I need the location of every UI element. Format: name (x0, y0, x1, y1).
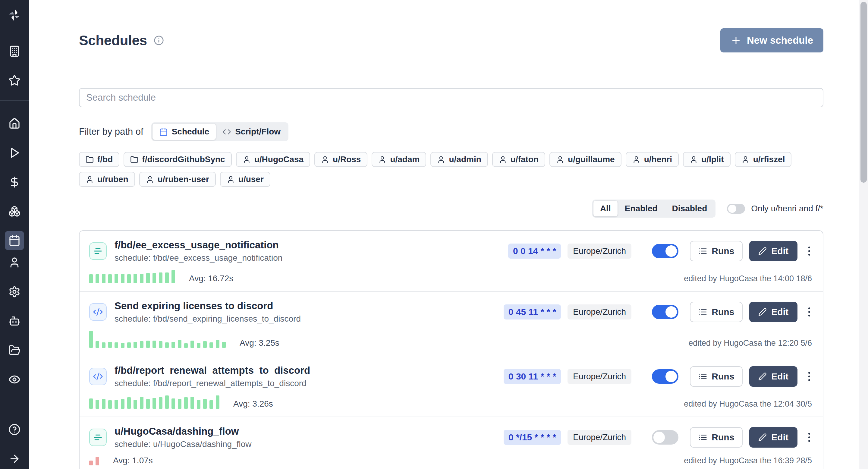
state-filter-enabled[interactable]: Enabled (618, 201, 665, 216)
list-icon (698, 307, 707, 316)
runs-button[interactable]: Runs (690, 427, 743, 447)
path-filter-row: Filter by path of Schedule Script/Flow (79, 122, 824, 141)
timezone-badge: Europe/Zurich (567, 369, 631, 384)
search-input[interactable] (79, 88, 824, 107)
path-chip-u-user[interactable]: u/user (220, 172, 270, 187)
folder-open-icon (8, 344, 21, 356)
sidebar-item-dollar[interactable] (5, 173, 24, 192)
schedule-row: Send expiring licenses to discord schedu… (80, 291, 823, 356)
edit-button[interactable]: Edit (749, 241, 798, 261)
main-content: Schedules New schedule Filter by path of… (29, 0, 868, 469)
runs-button[interactable]: Runs (690, 302, 743, 322)
sidebar-item-building[interactable] (5, 41, 24, 61)
path-chip-u-henri[interactable]: u/henri (626, 152, 679, 167)
building-icon (8, 45, 21, 57)
path-chip-u-ruben-user[interactable]: u/ruben-user (139, 172, 216, 187)
dollar-icon (8, 176, 21, 188)
schedule-enabled-toggle[interactable] (652, 305, 678, 319)
sidebar-item-boxes[interactable] (5, 201, 24, 221)
path-chip-f-bd[interactable]: f/bd (79, 152, 119, 167)
scrollbar-thumb[interactable] (861, 2, 867, 183)
runs-sparkline (89, 396, 219, 409)
sidebar-group-admin (0, 253, 29, 389)
page-scrollbar[interactable] (859, 0, 868, 469)
path-chip-u-ruben[interactable]: u/ruben (79, 172, 135, 187)
page-header: Schedules New schedule (79, 28, 824, 53)
schedule-path: Send expiring licenses to discord (115, 300, 483, 312)
sidebar-item-calendar[interactable] (5, 231, 24, 250)
path-chip-u-guillaume[interactable]: u/guillaume (550, 152, 621, 167)
cron-badge: 0 30 11 * * * (504, 369, 561, 384)
state-filter-disabled[interactable]: Disabled (665, 201, 715, 216)
windmill-logo[interactable] (0, 0, 29, 30)
path-chip-u-ross[interactable]: u/Ross (314, 152, 367, 167)
sidebar-group-bottom (0, 420, 29, 469)
sidebar-item-home[interactable] (5, 114, 24, 133)
only-henri-label: Only u/henri and f/* (751, 204, 824, 213)
pencil-icon (758, 247, 767, 255)
cron-badge: 0 45 11 * * * (504, 305, 561, 319)
more-options-kebab[interactable] (807, 430, 812, 444)
schedule-path: f/bd/report_renewal_attempts_to_discord (115, 365, 483, 376)
help-icon (8, 424, 21, 436)
boxes-icon (8, 205, 21, 217)
schedule-path: u/HugoCasa/dashing_flow (115, 426, 483, 437)
edit-button[interactable]: Edit (749, 427, 798, 447)
runs-sparkline (89, 457, 99, 465)
state-filter-all[interactable]: All (593, 201, 618, 216)
pencil-icon (758, 433, 767, 442)
timezone-badge: Europe/Zurich (567, 430, 631, 445)
user-icon (227, 176, 235, 184)
path-chip-u-hugocasa[interactable]: u/HugoCasa (236, 152, 310, 167)
schedule-enabled-toggle[interactable] (652, 430, 678, 445)
only-henri-toggle[interactable] (727, 204, 745, 214)
avg-duration: Avg: 1.07s (113, 456, 153, 465)
path-chip-u-rfiszel[interactable]: u/rfiszel (735, 152, 792, 167)
tab-schedule[interactable]: Schedule (153, 124, 216, 140)
runs-button[interactable]: Runs (690, 366, 743, 387)
more-options-kebab[interactable] (807, 370, 812, 383)
sidebar-item-settings[interactable] (5, 282, 24, 302)
schedule-enabled-toggle[interactable] (652, 244, 678, 258)
code-icon (222, 127, 231, 136)
eye-icon (8, 373, 21, 385)
path-chip-f-discordgithubsync[interactable]: f/discordGithubSync (124, 152, 231, 167)
runs-button[interactable]: Runs (690, 241, 743, 261)
state-filter-row: AllEnabledDisabled Only u/henri and f/* (79, 199, 824, 218)
play-icon (8, 147, 21, 159)
edited-by: edited by HugoCasa the 14:00 18/6 (684, 275, 812, 283)
sidebar-item-user[interactable] (5, 253, 24, 272)
new-schedule-button[interactable]: New schedule (720, 28, 824, 53)
more-options-kebab[interactable] (807, 305, 812, 319)
path-chip-u-faton[interactable]: u/faton (492, 152, 545, 167)
schedule-enabled-toggle[interactable] (652, 369, 678, 384)
cron-badge: 0 */15 * * * * (504, 430, 561, 445)
user-icon (632, 156, 641, 164)
user-icon (243, 156, 251, 164)
path-chip-u-adam[interactable]: u/adam (372, 152, 426, 167)
info-icon[interactable] (154, 35, 164, 45)
sidebar-item-help[interactable] (5, 420, 24, 439)
sidebar-item-folder-open[interactable] (5, 341, 24, 360)
more-options-kebab[interactable] (807, 244, 812, 258)
arrow-right-icon (8, 453, 21, 465)
runs-sparkline (89, 331, 226, 348)
path-chip-u-lplit[interactable]: u/lplit (683, 152, 731, 167)
edit-button[interactable]: Edit (749, 302, 798, 322)
edit-button[interactable]: Edit (749, 366, 798, 387)
path-filter-toggle-group: Schedule Script/Flow (151, 122, 288, 141)
bot-icon (8, 315, 21, 327)
sidebar-item-star[interactable] (5, 71, 24, 90)
calendar-icon (159, 127, 168, 136)
sidebar-item-bot[interactable] (5, 311, 24, 331)
user-icon (86, 176, 94, 184)
sidebar-item-eye[interactable] (5, 370, 24, 389)
path-chip-u-admin[interactable]: u/admin (430, 152, 488, 167)
sidebar-item-arrow-right[interactable] (5, 449, 24, 468)
tab-script-flow[interactable]: Script/Flow (216, 124, 287, 140)
user-icon (741, 156, 749, 164)
calendar-icon (8, 234, 21, 247)
pencil-icon (758, 308, 767, 316)
cron-badge: 0 0 14 * * * (508, 244, 561, 259)
sidebar-item-play[interactable] (5, 143, 24, 162)
